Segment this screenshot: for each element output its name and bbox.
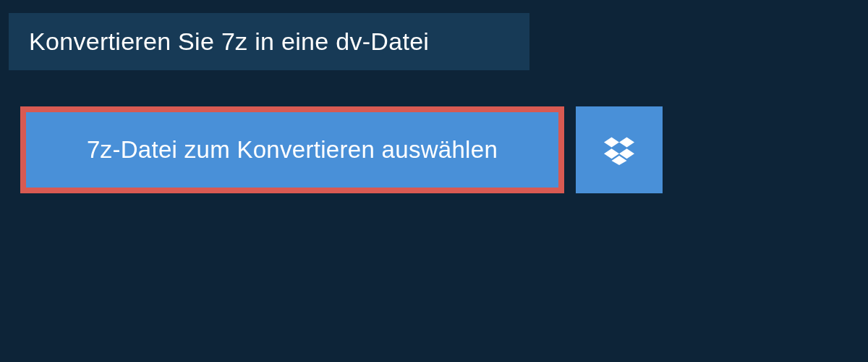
select-file-label: 7z-Datei zum Konvertieren auswählen	[87, 136, 498, 164]
header-bar: Konvertieren Sie 7z in eine dv-Datei	[9, 13, 529, 70]
select-file-button[interactable]: 7z-Datei zum Konvertieren auswählen	[20, 106, 564, 193]
dropbox-button[interactable]	[576, 106, 663, 193]
dropbox-icon	[604, 135, 634, 165]
action-row: 7z-Datei zum Konvertieren auswählen	[20, 106, 868, 193]
page-title: Konvertieren Sie 7z in eine dv-Datei	[29, 28, 509, 56]
